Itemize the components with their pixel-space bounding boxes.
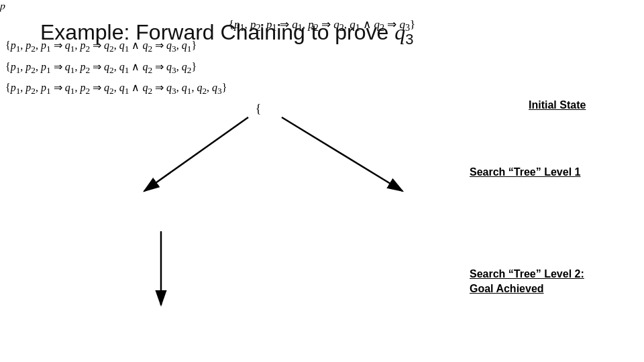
page-title: Example: Forward Chaining to prove q3 xyxy=(40,20,414,48)
title-sub: 3 xyxy=(405,31,413,48)
diagram-svg: { xyxy=(0,67,644,362)
node-top: { xyxy=(256,102,262,115)
svg-line-2 xyxy=(282,117,402,191)
title-text: Example: Forward Chaining to prove xyxy=(40,20,394,44)
label-level2-line1: Search “Tree” Level 2: xyxy=(470,268,584,280)
svg-line-1 xyxy=(144,117,248,191)
label-search-tree-level2: Search “Tree” Level 2: Goal Achieved xyxy=(470,267,584,297)
title-var: q xyxy=(394,20,405,44)
label-level2-line2: Goal Achieved xyxy=(470,283,544,294)
label-initial-state: Initial State xyxy=(529,99,586,111)
label-search-tree-level1: Search “Tree” Level 1 xyxy=(470,166,580,178)
